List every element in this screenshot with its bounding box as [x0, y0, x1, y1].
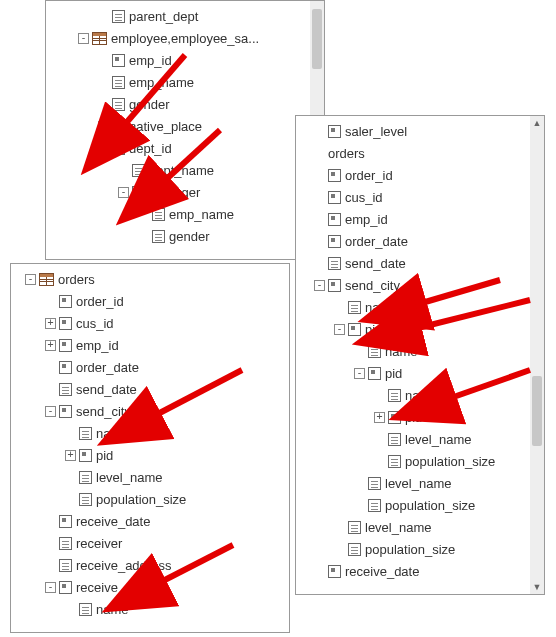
tree-node[interactable]: gender — [48, 93, 322, 115]
scroll-thumb[interactable] — [312, 9, 322, 69]
tree-node[interactable]: parent_dept — [48, 5, 322, 27]
tree-node[interactable]: name — [298, 296, 542, 318]
tree-node[interactable]: saler_level — [298, 120, 542, 142]
table-icon — [39, 273, 54, 286]
tree-node[interactable]: -pid — [298, 318, 542, 340]
tree-node-label: pid — [96, 448, 113, 463]
tree-node[interactable]: -dept_id — [48, 137, 322, 159]
tree-node[interactable]: level_name — [298, 428, 542, 450]
field-icon — [79, 471, 92, 484]
tree-node[interactable]: name — [298, 384, 542, 406]
tree-node-label: send_date — [76, 382, 137, 397]
tree-node-label: level_name — [365, 520, 432, 535]
tree-node[interactable]: order_id — [13, 290, 287, 312]
collapse-icon[interactable]: - — [314, 280, 325, 291]
tree-node[interactable]: -send_city — [13, 400, 287, 422]
tree-node-label: pid — [365, 322, 382, 337]
tree-node[interactable]: receive_date — [298, 560, 542, 582]
tree-node-label: population_size — [365, 542, 455, 557]
field-icon — [368, 499, 381, 512]
collapse-icon[interactable]: - — [354, 368, 365, 379]
tree-1[interactable]: parent_dept-employee,employee_sa...emp_i… — [46, 1, 324, 251]
tree-node[interactable]: population_size — [298, 538, 542, 560]
tree-node[interactable]: receive_date — [13, 510, 287, 532]
tree-node[interactable]: emp_id — [48, 49, 322, 71]
expand-icon[interactable]: + — [98, 121, 109, 132]
tree-node[interactable]: name — [13, 598, 287, 620]
tree-node[interactable]: emp_id — [298, 208, 542, 230]
pk-icon — [112, 120, 125, 133]
tree-node[interactable]: emp_name — [48, 71, 322, 93]
expand-icon[interactable]: + — [374, 412, 385, 423]
scroll-thumb[interactable] — [532, 376, 542, 446]
tree-node-label: population_size — [405, 454, 495, 469]
tree-node[interactable]: -orders — [13, 268, 287, 290]
tree-node-label: send_city — [345, 278, 400, 293]
tree-node[interactable]: dept_name — [48, 159, 322, 181]
tree-node[interactable]: order_id — [298, 164, 542, 186]
tree-node[interactable]: receive_address — [13, 554, 287, 576]
pk-icon — [348, 323, 361, 336]
tree-node[interactable]: order_date — [298, 230, 542, 252]
tree-node[interactable]: level_name — [298, 472, 542, 494]
tree-node-label: send_city — [76, 404, 131, 419]
tree-node-label: emp_id — [129, 53, 172, 68]
field-icon — [112, 76, 125, 89]
tree-node[interactable]: orders — [298, 142, 542, 164]
tree-node[interactable]: +emp_id — [13, 334, 287, 356]
collapse-icon[interactable]: - — [118, 187, 129, 198]
scrollbar[interactable]: ▲ ▼ — [530, 116, 544, 594]
field-icon — [59, 383, 72, 396]
field-icon — [152, 208, 165, 221]
tree-node[interactable]: +pid — [298, 406, 542, 428]
tree-node[interactable]: send_date — [298, 252, 542, 274]
tree-node[interactable]: name — [298, 340, 542, 362]
tree-node-label: name — [96, 426, 129, 441]
tree-node-label: saler_level — [345, 124, 407, 139]
field-icon — [348, 543, 361, 556]
tree-node[interactable]: receiver — [13, 532, 287, 554]
tree-node[interactable]: send_date — [13, 378, 287, 400]
tree-node-label: emp_id — [76, 338, 119, 353]
tree-node[interactable]: level_name — [298, 516, 542, 538]
tree-node[interactable]: -manager — [48, 181, 322, 203]
tree-node[interactable]: population_size — [13, 488, 287, 510]
tree-2[interactable]: -ordersorder_id+cus_id+emp_idorder_dates… — [11, 264, 289, 624]
tree-node[interactable]: -receive_city — [13, 576, 287, 598]
tree-node[interactable]: +cus_id — [13, 312, 287, 334]
tree-node[interactable]: emp_name — [48, 203, 322, 225]
collapse-icon[interactable]: - — [45, 406, 56, 417]
scroll-down-icon[interactable]: ▼ — [530, 580, 544, 594]
expand-icon[interactable]: + — [65, 450, 76, 461]
scroll-up-icon[interactable]: ▲ — [530, 116, 544, 130]
tree-node-label: receive_address — [76, 558, 171, 573]
tree-node[interactable]: cus_id — [298, 186, 542, 208]
tree-node[interactable]: -send_city — [298, 274, 542, 296]
tree-node[interactable]: level_name — [13, 466, 287, 488]
collapse-icon[interactable]: - — [334, 324, 345, 335]
tree-node[interactable]: -pid — [298, 362, 542, 384]
tree-node[interactable]: name — [13, 422, 287, 444]
tree-3[interactable]: saler_levelordersorder_idcus_idemp_idord… — [296, 116, 544, 586]
tree-node[interactable]: +pid — [13, 444, 287, 466]
field-icon — [328, 257, 341, 270]
tree-node[interactable]: gender — [48, 225, 322, 247]
collapse-icon[interactable]: - — [78, 33, 89, 44]
pk-icon — [59, 361, 72, 374]
collapse-icon[interactable]: - — [25, 274, 36, 285]
tree-node-label: receive_city — [76, 580, 145, 595]
expand-icon[interactable]: + — [45, 318, 56, 329]
tree-node-label: order_date — [76, 360, 139, 375]
field-icon — [112, 98, 125, 111]
tree-node[interactable]: +native_place — [48, 115, 322, 137]
tree-node[interactable]: -employee,employee_sa... — [48, 27, 322, 49]
collapse-icon[interactable]: - — [45, 582, 56, 593]
tree-node[interactable]: population_size — [298, 450, 542, 472]
pk-icon — [328, 191, 341, 204]
expand-icon[interactable]: + — [45, 340, 56, 351]
field-icon — [152, 230, 165, 243]
tree-node[interactable]: population_size — [298, 494, 542, 516]
field-icon — [112, 10, 125, 23]
tree-node[interactable]: order_date — [13, 356, 287, 378]
collapse-icon[interactable]: - — [98, 143, 109, 154]
